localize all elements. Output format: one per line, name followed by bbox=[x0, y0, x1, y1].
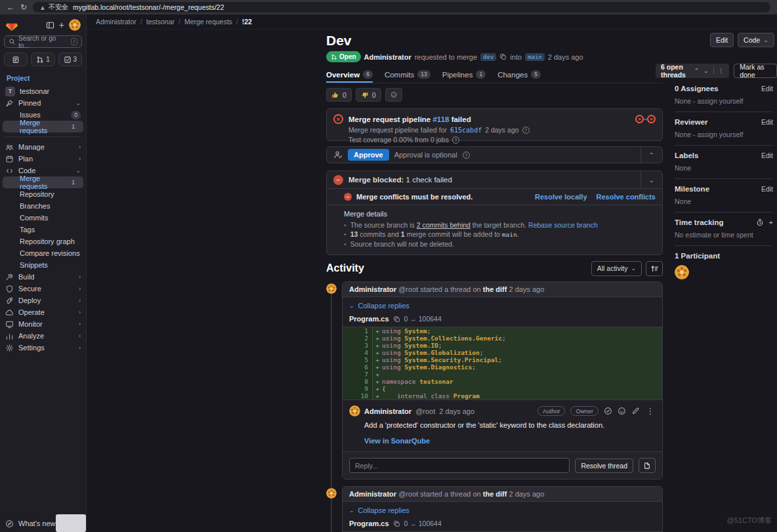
pipeline-mini-graph[interactable]: × × bbox=[635, 115, 656, 123]
merge-widget-expand-button[interactable]: ⌄ bbox=[640, 171, 662, 188]
thumbs-down-button[interactable]: 0 bbox=[356, 88, 381, 102]
sidebar-item-operate[interactable]: Operate› bbox=[0, 306, 86, 318]
sidebar-item-plan[interactable]: Plan› bbox=[0, 153, 86, 165]
not-secure-warning[interactable]: ▲不安全 bbox=[39, 3, 68, 12]
tab-pipelines[interactable]: Pipelines1 bbox=[442, 66, 486, 83]
diff-line[interactable]: 3+using System.IO; bbox=[343, 342, 662, 349]
sidebar-item-analyze[interactable]: Analyze› bbox=[0, 330, 86, 342]
resolve-thread-button[interactable]: Resolve thread bbox=[575, 459, 633, 473]
create-new-icon[interactable]: + bbox=[59, 20, 64, 30]
add-time-icon[interactable]: + bbox=[769, 218, 773, 226]
time-tracking-icon[interactable] bbox=[756, 218, 764, 226]
tab-overview[interactable]: Overview6 bbox=[326, 66, 373, 83]
add-reaction-icon[interactable] bbox=[618, 407, 626, 415]
edit-button[interactable]: Edit bbox=[710, 33, 734, 47]
reply-input[interactable]: Reply... bbox=[349, 458, 570, 473]
gitlab-logo-icon[interactable] bbox=[5, 19, 18, 31]
user-avatar[interactable] bbox=[349, 405, 360, 417]
comment-kebab[interactable]: ⋮ bbox=[645, 407, 656, 416]
collapse-replies-link[interactable]: ⌄Collapse replies bbox=[343, 502, 662, 516]
sidebar-item-build[interactable]: Build› bbox=[0, 271, 86, 283]
tab-commits[interactable]: Commits13 bbox=[385, 66, 430, 83]
file-name-link[interactable]: Program.cs bbox=[349, 520, 389, 527]
user-avatar[interactable] bbox=[69, 19, 81, 31]
activity-filter-dropdown[interactable]: All activity⌄ bbox=[591, 261, 642, 276]
edit-link[interactable]: Edit bbox=[761, 152, 773, 159]
copy-file-path-icon[interactable] bbox=[393, 520, 400, 527]
sidebar-item-compare-revisions[interactable]: Compare revisions bbox=[0, 247, 86, 259]
breadcrumb-link[interactable]: Merge requests bbox=[184, 18, 232, 26]
user-avatar[interactable] bbox=[326, 283, 337, 294]
sort-direction-button[interactable] bbox=[646, 261, 663, 276]
sidebar-item-repository[interactable]: Repository bbox=[0, 188, 86, 200]
open-threads-pill[interactable]: 6 open threads ⌃ ⌄ ⋮ bbox=[656, 64, 729, 78]
comment-author[interactable]: Administrator bbox=[349, 490, 396, 498]
add-reaction-button[interactable] bbox=[385, 88, 402, 102]
help-button-partial[interactable] bbox=[56, 514, 86, 532]
diff-line[interactable]: 4+using System.Globalization; bbox=[343, 349, 662, 356]
participant-avatar[interactable] bbox=[675, 265, 689, 279]
back-icon[interactable]: ← bbox=[7, 3, 14, 11]
sidebar-item-monitor[interactable]: Monitor› bbox=[0, 318, 86, 330]
sidebar-item-merge-requests[interactable]: Merge requests1 bbox=[3, 176, 83, 188]
sonarqube-link[interactable]: View in SonarQube bbox=[364, 437, 656, 445]
approve-button[interactable]: Approve bbox=[348, 149, 389, 161]
diff-line[interactable]: 2+using System.Collections.Generic; bbox=[343, 335, 662, 342]
sidebar-item-repository-graph[interactable]: Repository graph bbox=[0, 235, 86, 247]
stage-failed-icon[interactable]: × bbox=[647, 115, 656, 123]
file-name-link[interactable]: Program.cs bbox=[349, 315, 389, 323]
resolve-locally-link[interactable]: Resolve locally bbox=[535, 193, 587, 201]
sidebar-item-project[interactable]: Ttestsonar bbox=[0, 85, 86, 97]
collapse-replies-link[interactable]: ⌄Collapse replies bbox=[343, 297, 662, 312]
breadcrumb-link[interactable]: testsonar bbox=[146, 18, 175, 26]
diff-line[interactable]: 1+using System; bbox=[343, 327, 662, 335]
thumbs-up-button[interactable]: 0 bbox=[326, 88, 352, 102]
pipeline-link[interactable]: #118 bbox=[432, 115, 449, 123]
help-icon[interactable]: ? bbox=[463, 152, 470, 159]
user-avatar[interactable] bbox=[326, 488, 337, 499]
diff-line[interactable]: 6+using System.Diagnostics; bbox=[343, 363, 662, 371]
sidebar-item-snippets[interactable]: Snippets bbox=[0, 259, 86, 271]
copy-branch-icon[interactable] bbox=[499, 53, 507, 60]
mark-as-done-button[interactable]: Mark as done bbox=[734, 64, 777, 78]
source-branch-label[interactable]: dev bbox=[480, 53, 496, 61]
edit-link[interactable]: Edit bbox=[761, 85, 773, 92]
sidebar-item-branches[interactable]: Branches bbox=[0, 200, 86, 212]
next-thread-icon[interactable]: ⌄ bbox=[704, 68, 709, 74]
stage-failed-icon[interactable]: × bbox=[635, 115, 644, 123]
diff-line[interactable]: 7+ bbox=[343, 371, 662, 378]
sidebar-group-pinned[interactable]: Pinned⌄ bbox=[0, 97, 86, 109]
merge-detail-link[interactable]: Rebase source branch bbox=[528, 221, 598, 229]
sidebar-item-manage[interactable]: Manage› bbox=[0, 141, 86, 153]
code-dropdown-button[interactable]: Code⌄ bbox=[738, 33, 774, 47]
merge-requests-shortcut-button[interactable]: 1 bbox=[31, 52, 54, 66]
sidebar-toggle-icon[interactable] bbox=[46, 21, 54, 30]
sidebar-item-deploy[interactable]: Deploy› bbox=[0, 295, 86, 306]
previous-thread-icon[interactable]: ⌃ bbox=[694, 68, 699, 74]
copy-file-path-icon[interactable] bbox=[393, 316, 400, 323]
reload-icon[interactable]: ↻ bbox=[20, 3, 27, 11]
diff-line[interactable]: 8+namespace testsonar bbox=[343, 378, 662, 385]
diff-line[interactable]: 9+{ bbox=[343, 385, 662, 392]
edit-link[interactable]: Edit bbox=[761, 185, 773, 193]
target-branch-label[interactable]: main bbox=[525, 53, 545, 61]
comment-author[interactable]: Administrator bbox=[349, 285, 396, 293]
comment-author[interactable]: Administrator bbox=[364, 407, 411, 415]
breadcrumb-link[interactable]: Administrator bbox=[96, 18, 136, 26]
start-review-button[interactable] bbox=[639, 458, 656, 473]
resolve-conflicts-link[interactable]: Resolve conflicts bbox=[597, 193, 656, 201]
sidebar-item-settings[interactable]: Settings› bbox=[0, 342, 86, 354]
sidebar-item-commits[interactable]: Commits bbox=[0, 212, 86, 224]
search-input[interactable]: Search or go to... / bbox=[4, 35, 82, 48]
diff-line[interactable]: 10+ internal class Program bbox=[343, 392, 662, 399]
edit-link[interactable]: Edit bbox=[761, 118, 773, 126]
commit-sha-link[interactable]: 615cabdf bbox=[450, 127, 482, 134]
threads-kebab-icon[interactable]: ⋮ bbox=[718, 68, 724, 74]
approval-collapse-button[interactable]: ⌃ bbox=[640, 147, 662, 163]
diff-line[interactable]: 5+using System.Security.Principal; bbox=[343, 356, 662, 363]
sidebar-item-merge-requests[interactable]: Merge requests1 bbox=[3, 121, 83, 133]
todos-shortcut-button[interactable]: 3 bbox=[58, 52, 82, 66]
tab-changes[interactable]: Changes5 bbox=[497, 66, 541, 83]
help-icon[interactable]: ? bbox=[452, 136, 459, 144]
address-bar[interactable]: ▲不安全 mygitlab.local/root/testsonar/-/mer… bbox=[33, 2, 770, 12]
